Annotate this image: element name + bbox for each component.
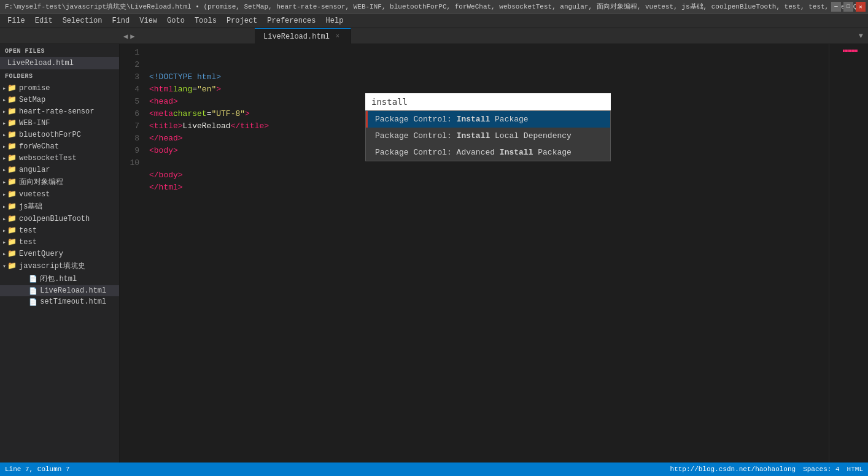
folder-item-0[interactable]: ▸📁promise bbox=[0, 82, 119, 94]
minimap: ██████████ bbox=[829, 44, 859, 463]
folder-item-11[interactable]: ▸📁coolpenBlueTooth bbox=[0, 213, 119, 225]
spaces-indicator[interactable]: Spaces: 4 bbox=[803, 466, 839, 473]
folder-item-1[interactable]: ▸📁SetMap bbox=[0, 94, 119, 106]
tab-nav-right[interactable]: ▶ bbox=[129, 32, 136, 41]
status-left: Line 7, Column 7 bbox=[5, 466, 70, 473]
file-icon: 📄 bbox=[29, 275, 37, 283]
folder-label: angular bbox=[19, 166, 50, 174]
folder-item-14[interactable]: ▸📁EventQuery bbox=[0, 248, 119, 259]
folders-header: FOLDERS bbox=[0, 69, 119, 82]
file-label: LiveReload.html bbox=[40, 286, 106, 295]
command-item-1[interactable]: Package Control: Install Local Dependenc… bbox=[366, 128, 610, 144]
menu-item-preferences[interactable]: Preferences bbox=[262, 14, 320, 28]
command-item-prefix: Package Control: bbox=[375, 115, 457, 124]
folder-icon: 📁 bbox=[7, 95, 17, 104]
folder-label: SetMap bbox=[19, 96, 45, 104]
tab-nav-area: ◀ ▶ bbox=[120, 28, 138, 44]
language-indicator[interactable]: HTML bbox=[847, 466, 863, 473]
file-icon: 📄 bbox=[29, 298, 37, 306]
command-input-box bbox=[365, 93, 611, 110]
title-bar: F:\myself-test\javascript填坑史\LiveReload.… bbox=[0, 0, 868, 13]
command-item-0[interactable]: Package Control: Install Package bbox=[366, 111, 610, 128]
folder-item-6[interactable]: ▸📁websocketTest bbox=[0, 152, 119, 164]
folder-item-4[interactable]: ▸📁bluetoothForPC bbox=[0, 129, 119, 140]
command-item-2[interactable]: Package Control: Advanced Install Packag… bbox=[366, 144, 610, 161]
line-num-7: 7 bbox=[120, 120, 139, 132]
menu-item-file[interactable]: File bbox=[2, 14, 30, 28]
folder-arrow: ▸ bbox=[2, 143, 6, 150]
command-item-prefix: Package Control: Advanced bbox=[375, 148, 500, 157]
command-palette: Package Control: Install PackagePackage … bbox=[365, 93, 611, 161]
folder-item-2[interactable]: ▸📁heart-rate-sensor bbox=[0, 106, 119, 117]
blog-link[interactable]: http://blog.csdn.net/haohaolong bbox=[670, 466, 796, 473]
folder-item-17[interactable]: 📄LiveReload.html bbox=[0, 285, 119, 296]
close-button[interactable]: ✕ bbox=[856, 2, 866, 12]
tab-close-button[interactable]: × bbox=[333, 33, 342, 41]
open-files-list: LiveReload.html bbox=[0, 57, 119, 69]
folder-label: promise bbox=[19, 84, 50, 93]
line-num-3: 3 bbox=[120, 71, 139, 83]
open-file-label: LiveReload.html bbox=[7, 59, 74, 67]
folder-item-5[interactable]: ▸📁forWeChat bbox=[0, 140, 119, 152]
folder-item-16[interactable]: 📄闭包.html bbox=[0, 272, 119, 285]
folder-label: bluetoothForPC bbox=[19, 131, 81, 139]
command-item-bold: Install bbox=[457, 115, 490, 124]
command-dropdown: Package Control: Install PackagePackage … bbox=[365, 110, 611, 161]
menu-item-selection[interactable]: Selection bbox=[58, 14, 107, 28]
folder-arrow: ▸ bbox=[2, 131, 6, 139]
line-num-1: 1 bbox=[120, 47, 139, 59]
tab-livereload[interactable]: LiveReload.html × bbox=[255, 28, 351, 44]
sidebar: OPEN FILES LiveReload.html FOLDERS ▸📁pro… bbox=[0, 44, 120, 463]
folder-label: websocketTest bbox=[19, 154, 77, 163]
maximize-button[interactable]: □ bbox=[843, 2, 853, 12]
folder-item-18[interactable]: 📄setTimeout.html bbox=[0, 296, 119, 307]
minimap-content: ██████████ bbox=[832, 47, 857, 56]
line-num-8: 8 bbox=[120, 132, 139, 145]
open-file-livereload[interactable]: LiveReload.html bbox=[0, 57, 119, 69]
folder-label: test bbox=[19, 226, 37, 235]
folder-arrow: ▾ bbox=[2, 263, 6, 270]
folder-item-12[interactable]: ▸📁test bbox=[0, 225, 119, 236]
folder-label: js基础 bbox=[19, 201, 42, 212]
line-num-6: 6 bbox=[120, 108, 139, 120]
folder-item-9[interactable]: ▸📁vuetest bbox=[0, 188, 119, 200]
minimize-button[interactable]: — bbox=[831, 2, 841, 12]
menu-item-find[interactable]: Find bbox=[107, 14, 134, 28]
folder-item-7[interactable]: ▸📁angular bbox=[0, 164, 119, 175]
folder-item-8[interactable]: ▸📁面向对象编程 bbox=[0, 175, 119, 188]
menu-item-project[interactable]: Project bbox=[222, 14, 262, 28]
menu-item-tools[interactable]: Tools bbox=[190, 14, 222, 28]
command-search-input[interactable] bbox=[371, 97, 605, 107]
file-icon: 📄 bbox=[29, 287, 37, 295]
tab-actions: ▼ bbox=[854, 28, 868, 44]
menu-item-help[interactable]: Help bbox=[321, 14, 349, 28]
folder-icon: 📁 bbox=[7, 118, 17, 128]
folder-arrow: ▸ bbox=[2, 178, 6, 186]
folder-icon: 📁 bbox=[7, 249, 17, 258]
file-label: 闭包.html bbox=[40, 274, 77, 284]
code-line-9: </body> bbox=[149, 169, 829, 182]
folder-label: forWeChat bbox=[19, 142, 59, 151]
cursor-position: Line 7, Column 7 bbox=[5, 466, 70, 473]
vertical-scrollbar[interactable] bbox=[859, 44, 868, 463]
folder-icon: 📁 bbox=[7, 261, 17, 271]
folder-item-3[interactable]: ▸📁WEB-INF bbox=[0, 117, 119, 129]
command-item-suffix: Package bbox=[490, 115, 528, 124]
menu-item-goto[interactable]: Goto bbox=[162, 14, 190, 28]
folder-arrow: ▸ bbox=[2, 155, 6, 162]
folder-icon: 📁 bbox=[7, 177, 17, 186]
menu-item-edit[interactable]: Edit bbox=[30, 14, 58, 28]
folder-arrow: ▸ bbox=[2, 166, 6, 174]
folder-arrow: ▸ bbox=[2, 203, 6, 210]
menu-item-view[interactable]: View bbox=[134, 14, 162, 28]
folder-label: 面向对象编程 bbox=[19, 177, 63, 187]
tab-dropdown-button[interactable]: ▼ bbox=[859, 32, 863, 40]
folder-label: coolpenBlueTooth bbox=[19, 215, 90, 223]
folder-arrow: ▸ bbox=[2, 191, 6, 198]
folder-arrow: ▸ bbox=[2, 120, 6, 127]
folder-item-10[interactable]: ▸📁js基础 bbox=[0, 200, 119, 213]
folder-item-15[interactable]: ▾📁javascript填坑史 bbox=[0, 259, 119, 272]
editor-area: Package Control: Install PackagePackage … bbox=[120, 44, 868, 463]
folder-item-13[interactable]: ▸📁test bbox=[0, 236, 119, 248]
tab-nav-left[interactable]: ◀ bbox=[122, 32, 129, 41]
